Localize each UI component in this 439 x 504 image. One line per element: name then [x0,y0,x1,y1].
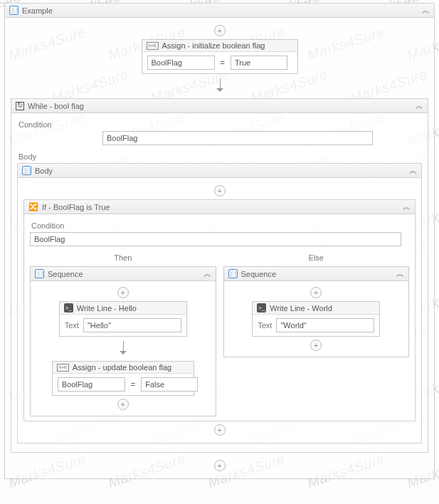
root-sequence[interactable]: Example Assign - initialize boolean flag… [4,3,435,479]
add-activity-button[interactable] [117,287,129,298]
assign-icon [57,364,69,372]
assign-update-header[interactable]: Assign - update boolean flag [53,362,194,374]
assign-initialize-header[interactable]: Assign - initialize boolean flag [142,40,297,52]
if-icon [28,202,38,212]
else-sequence-title: Sequence [241,270,393,278]
collapse-icon[interactable] [203,268,211,279]
collapse-icon[interactable] [422,5,430,16]
then-sequence-header[interactable]: Sequence [31,267,216,281]
if-title: If - BoolFlag is True [42,203,399,211]
add-activity-button[interactable] [310,340,322,351]
sequence-icon [35,269,44,278]
body-sequence-header[interactable]: Body [18,164,421,178]
writeline-world-header[interactable]: Write Line - World [253,302,379,315]
writeline-hello-activity[interactable]: Write Line - Hello Text [59,301,187,337]
writeline-hello-input[interactable] [83,318,181,332]
sequence-icon [9,6,18,15]
collapse-icon[interactable] [416,100,423,111]
text-label: Text [258,321,272,330]
else-label: Else [223,253,410,262]
sequence-icon [228,269,238,278]
sequence-icon [22,166,31,175]
if-condition-label: Condition [31,221,409,230]
writeline-icon [257,303,266,313]
writeline-hello-title: Write Line - Hello [77,304,137,313]
if-activity[interactable]: If - BoolFlag is True Condition [23,199,416,421]
collapse-icon[interactable] [409,165,417,176]
add-activity-button[interactable] [310,287,322,298]
while-icon [16,102,24,110]
while-header[interactable]: While - bool flag [11,99,428,113]
equals-sign: = [128,380,138,389]
while-activity[interactable]: While - bool flag Condition Body Body [11,98,428,453]
assign-update-activity[interactable]: Assign - update boolean flag = [52,361,194,396]
then-sequence-title: Sequence [48,270,200,278]
body-label: Body [18,152,422,161]
body-sequence[interactable]: Body If - BoolFlag is True [17,163,422,443]
collapse-icon[interactable] [396,268,404,279]
writeline-world-title: Write Line - World [270,304,332,313]
assign-initialize-title: Assign - initialize boolean flag [162,41,265,50]
else-sequence-header[interactable]: Sequence [224,267,409,281]
assign-initialize-activity[interactable]: Assign - initialize boolean flag = [142,39,298,74]
condition-label: Condition [18,120,422,129]
add-activity-button[interactable] [214,424,226,436]
while-title: While - bool flag [28,102,412,110]
if-header[interactable]: If - BoolFlag is True [24,200,415,214]
writeline-world-input[interactable] [276,318,374,332]
if-condition-input[interactable] [30,232,401,246]
root-title: Example [22,6,418,15]
then-sequence[interactable]: Sequence [30,266,216,416]
assign-update-title: Assign - update boolean flag [73,363,171,372]
then-label: Then [30,253,216,262]
collapse-icon[interactable] [403,201,411,212]
writeline-icon [64,303,73,313]
root-header[interactable]: Example [5,4,434,18]
else-sequence[interactable]: Sequence [223,266,410,357]
body-sequence-title: Body [35,167,406,175]
add-activity-button[interactable] [214,25,226,36]
writeline-hello-header[interactable]: Write Line - Hello [60,302,186,315]
add-activity-button[interactable] [214,185,226,196]
equals-sign: = [218,58,228,67]
while-condition-input[interactable] [102,131,373,145]
assign-update-right-input[interactable] [141,377,198,392]
add-activity-button[interactable] [214,460,226,471]
assign-icon [147,42,159,50]
assign-initialize-right-input[interactable] [231,56,287,70]
assign-initialize-left-input[interactable] [147,56,215,70]
text-label: Text [65,321,79,330]
add-activity-button[interactable] [117,399,129,410]
assign-update-left-input[interactable] [58,377,125,392]
writeline-world-activity[interactable]: Write Line - World Text [252,301,380,337]
